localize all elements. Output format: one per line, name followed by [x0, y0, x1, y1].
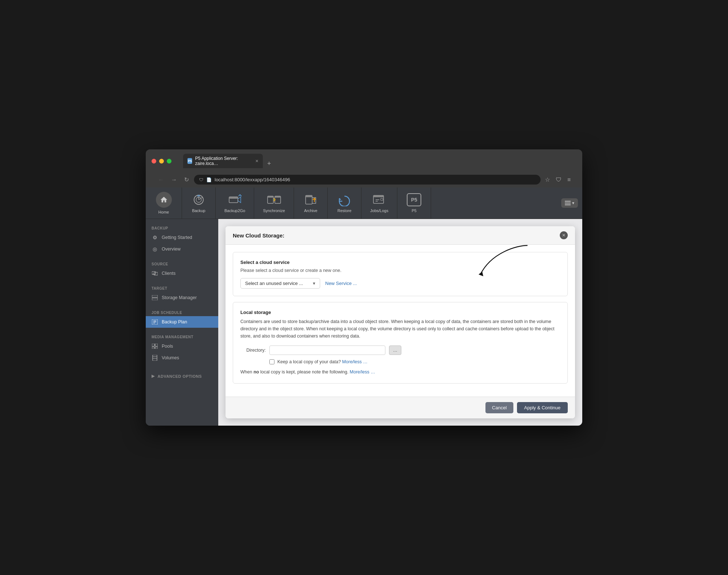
- tab-bar: P5 P5 Application Server: zaire.loca… ✕ …: [183, 154, 274, 168]
- top-nav: Home Backup: [146, 187, 582, 219]
- sidebar-item-storage-manager-label: Storage Manager: [162, 295, 197, 300]
- bookmark-button[interactable]: ☆: [543, 175, 551, 185]
- cancel-button[interactable]: Cancel: [485, 402, 513, 413]
- sidebar-item-volumes[interactable]: Volumes: [146, 352, 218, 364]
- nav-item-p5[interactable]: P5 P5: [397, 187, 431, 219]
- maximize-button[interactable]: [167, 159, 171, 164]
- advanced-options-label: ADVANCED OPTIONS: [158, 374, 202, 378]
- directory-row: Directory: …: [240, 346, 560, 355]
- sidebar-item-backup-plan[interactable]: Backup Plan: [146, 316, 218, 328]
- forward-button[interactable]: →: [169, 175, 179, 185]
- active-tab[interactable]: P5 P5 Application Server: zaire.loca… ✕: [183, 154, 263, 168]
- sidebar-item-backup-plan-label: Backup Plan: [162, 319, 187, 324]
- more-less-link-2[interactable]: More/less …: [350, 369, 375, 375]
- nav-items: Backup Backup2Go: [182, 187, 557, 219]
- sidebar-section-media-title: MEDIA MANAGEMENT: [146, 334, 218, 340]
- address-bar[interactable]: 🛡 📄 localhost:8000/lexxapp/1640346496: [194, 175, 541, 185]
- backup-plan-icon: [152, 319, 158, 325]
- nav-item-jobs[interactable]: Jobs/Logs: [361, 187, 397, 219]
- dialog-container: New Cloud Storage: ✕ Select a cloud serv…: [226, 226, 575, 418]
- menu-button[interactable]: ≡: [566, 175, 572, 185]
- sidebar-section-job-title: JOB SCHEDULE: [146, 309, 218, 316]
- more-less-link-1[interactable]: More/less …: [342, 359, 368, 364]
- nav-item-synchronize[interactable]: Synchronize: [254, 187, 294, 219]
- reload-button[interactable]: ↻: [182, 175, 191, 185]
- sidebar-item-pools[interactable]: Pools: [146, 340, 218, 352]
- close-button[interactable]: [152, 159, 156, 164]
- nav-label-jobs: Jobs/Logs: [370, 208, 388, 213]
- app-content: Home Backup: [146, 187, 582, 426]
- sync-icon: [266, 193, 282, 206]
- browser-chrome: P5 P5 Application Server: zaire.loca… ✕ …: [146, 149, 582, 187]
- cloud-service-desc: Please select a cloud service or create …: [240, 268, 560, 273]
- nav-item-archive[interactable]: Archive: [294, 187, 328, 219]
- getting-started-icon: ⚙: [152, 234, 158, 241]
- dialog-title: New Cloud Storage:: [233, 232, 285, 239]
- p5-icon: P5: [406, 193, 422, 206]
- nav-right-button-1[interactable]: ▾: [561, 198, 578, 208]
- page-icon: 📄: [206, 177, 212, 182]
- dialog-close-button[interactable]: ✕: [560, 231, 568, 239]
- sidebar-item-storage-manager[interactable]: Storage Manager: [146, 292, 218, 303]
- browse-button[interactable]: …: [389, 346, 401, 355]
- sidebar-item-getting-started-label: Getting Started: [162, 235, 192, 240]
- browser-actions: ☆ 🛡 ≡: [543, 175, 572, 185]
- sidebar-item-clients[interactable]: Clients: [146, 268, 218, 279]
- shield-icon: 🛡: [199, 177, 203, 182]
- svg-rect-7: [275, 196, 281, 198]
- apply-continue-button[interactable]: Apply & Continue: [517, 402, 568, 413]
- nav-right: ▾: [557, 187, 582, 219]
- svg-rect-27: [152, 347, 154, 349]
- browser-titlebar: P5 P5 Application Server: zaire.loca… ✕ …: [152, 154, 576, 168]
- backup2go-icon: [227, 193, 243, 206]
- nav-item-restore[interactable]: Restore: [328, 187, 361, 219]
- restore-icon: [336, 193, 352, 206]
- note-row: When no local copy is kept, please note …: [240, 368, 560, 376]
- svg-rect-12: [381, 198, 383, 200]
- nav-label-backup2go: Backup2Go: [224, 208, 245, 213]
- sidebar-section-source-title: SOURCE: [146, 261, 218, 268]
- new-service-link[interactable]: New Service ...: [325, 281, 357, 286]
- svg-rect-14: [565, 203, 571, 203]
- archive-icon: [303, 193, 319, 206]
- sidebar-item-getting-started[interactable]: ⚙ Getting Started: [146, 232, 218, 243]
- sidebar-item-overview[interactable]: ◎ Overview: [146, 243, 218, 255]
- volumes-icon: [152, 355, 158, 361]
- dialog-header: New Cloud Storage: ✕: [226, 226, 575, 245]
- storage-manager-icon: [152, 294, 158, 301]
- advanced-options-arrow: ▶: [152, 374, 155, 378]
- sidebar-section-target-title: TARGET: [146, 285, 218, 292]
- directory-label: Directory:: [240, 348, 266, 353]
- advanced-options-toggle[interactable]: ▶ ADVANCED OPTIONS: [146, 371, 218, 381]
- nav-item-backup[interactable]: Backup: [182, 187, 216, 219]
- sidebar-section-job: JOB SCHEDULE Backup Plan: [146, 309, 218, 328]
- shield-action-button[interactable]: 🛡: [554, 175, 563, 185]
- svg-rect-13: [565, 201, 571, 202]
- svg-rect-5: [268, 196, 273, 198]
- sidebar: BACKUP ⚙ Getting Started ◎ Overview SOUR…: [146, 219, 218, 426]
- url-text: localhost:8000/lexxapp/1640346496: [215, 177, 290, 182]
- cloud-service-section: Select a cloud service Please select a c…: [233, 252, 568, 296]
- directory-input[interactable]: [269, 346, 385, 355]
- back-button[interactable]: ←: [156, 175, 166, 185]
- tab-close-button[interactable]: ✕: [255, 159, 258, 164]
- new-tab-button[interactable]: +: [264, 159, 274, 168]
- svg-rect-17: [152, 274, 156, 274]
- service-dropdown[interactable]: Select an unused service ... ▾: [240, 278, 320, 289]
- nav-label-synchronize: Synchronize: [263, 208, 285, 213]
- jobs-icon: [371, 193, 387, 206]
- nav-home-button[interactable]: Home: [146, 187, 182, 219]
- local-storage-desc: Containers are used to store backup/arch…: [240, 318, 560, 340]
- minimize-button[interactable]: [159, 159, 164, 164]
- svg-rect-29: [153, 355, 157, 361]
- nav-item-backup2go[interactable]: Backup2Go: [216, 187, 254, 219]
- svg-rect-20: [152, 298, 158, 300]
- sidebar-section-backup-title: BACKUP: [146, 225, 218, 232]
- svg-rect-19: [152, 295, 158, 297]
- keep-local-row: Keep a local copy of your data? More/les…: [240, 359, 560, 364]
- sidebar-item-overview-label: Overview: [162, 247, 181, 252]
- local-storage-section: Local storage Containers are used to sto…: [233, 302, 568, 384]
- keep-local-checkbox[interactable]: [269, 359, 274, 364]
- nav-label-backup: Backup: [192, 208, 206, 213]
- home-icon: [156, 192, 172, 208]
